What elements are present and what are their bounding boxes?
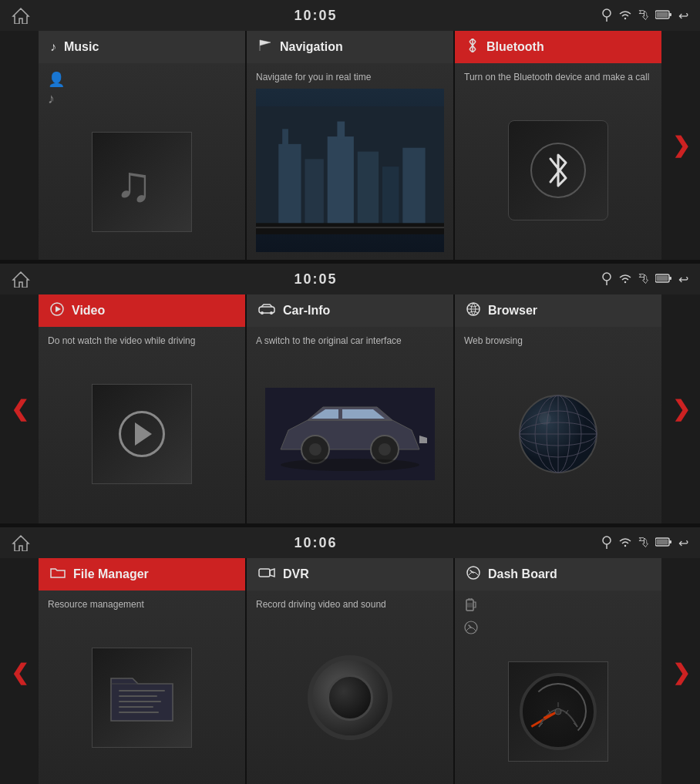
dash-image xyxy=(464,647,652,776)
location-icon-2 xyxy=(601,271,612,288)
video-description: Do not watch the video while driving xyxy=(48,335,236,348)
card-dvr[interactable]: DVR Record driving video and sound xyxy=(247,558,453,784)
card-dvr-body: Record driving video and sound xyxy=(247,591,453,784)
card-dvr-header: DVR xyxy=(247,558,453,591)
svg-rect-12 xyxy=(337,121,345,140)
svg-point-28 xyxy=(261,311,264,315)
card-bluetooth[interactable]: Bluetooth Turn on the Bluetooth device a… xyxy=(455,31,661,260)
screen-3: 10:06 ⮷ ↩ ❮ xyxy=(0,527,700,784)
video-image xyxy=(48,356,236,512)
card-browser[interactable]: Browser Web browsing xyxy=(455,294,661,523)
card-video[interactable]: Video Do not watch the video while drivi… xyxy=(39,294,245,523)
globe-image xyxy=(508,384,608,484)
browser-image xyxy=(464,356,652,512)
dvr-description: Record driving video and sound xyxy=(256,598,444,611)
right-chevron-2: ❯ xyxy=(672,396,690,422)
status-left-2 xyxy=(12,271,30,288)
right-chevron-1: ❯ xyxy=(672,133,690,158)
right-chevron-3: ❯ xyxy=(672,660,690,685)
svg-rect-9 xyxy=(282,129,288,147)
right-arrow-3[interactable]: ❯ xyxy=(661,558,700,784)
screen-1: 10:05 ⮷ ↩ xyxy=(0,0,700,261)
card-navigation[interactable]: Navigation Navigate for you in real time xyxy=(247,31,453,260)
status-left-1 xyxy=(12,7,30,24)
svg-rect-15 xyxy=(402,148,425,234)
svg-rect-51 xyxy=(119,690,165,691)
svg-rect-55 xyxy=(119,712,159,713)
fuel-icon xyxy=(464,598,652,617)
folder-thumbnail xyxy=(92,648,192,748)
status-right-3: ⮷ ↩ xyxy=(601,535,688,551)
time-3: 10:06 xyxy=(294,535,337,551)
card-music[interactable]: ♪ Music 👤 ♪ ♫ xyxy=(39,31,245,260)
location-icon-1 xyxy=(601,8,612,24)
left-chevron-2: ❮ xyxy=(11,396,29,422)
person-icon: 👤 xyxy=(48,71,236,88)
svg-rect-24 xyxy=(656,276,668,281)
card-dashboard[interactable]: Dash Board xyxy=(455,558,661,784)
svg-rect-54 xyxy=(119,706,153,708)
dash-title: Dash Board xyxy=(488,567,557,581)
svg-rect-17 xyxy=(256,227,444,228)
browser-description: Web browsing xyxy=(464,335,652,348)
card-nav-body: Navigate for you in real time xyxy=(247,63,453,260)
home-icon-3[interactable] xyxy=(12,534,30,551)
bt-icon-3: ⮷ xyxy=(638,537,649,549)
note-icon: ♪ xyxy=(48,91,236,107)
left-arrow-2[interactable]: ❮ xyxy=(0,294,39,523)
music-image: ♫ xyxy=(48,116,236,248)
svg-marker-0 xyxy=(13,8,29,24)
back-icon-1[interactable]: ↩ xyxy=(678,8,688,23)
home-icon-2[interactable] xyxy=(12,271,30,288)
fm-title: File Manager xyxy=(73,567,149,581)
card-bt-header: Bluetooth xyxy=(455,31,661,63)
svg-point-20 xyxy=(603,273,611,281)
svg-marker-19 xyxy=(13,272,29,288)
status-right-2: ⮷ ↩ xyxy=(601,271,688,288)
svg-rect-4 xyxy=(669,13,671,16)
camera-inner xyxy=(327,675,373,721)
status-bar-3: 10:06 ⮷ ↩ xyxy=(0,527,700,558)
browser-icon xyxy=(466,302,480,319)
back-icon-2[interactable]: ↩ xyxy=(678,272,688,287)
svg-rect-49 xyxy=(669,540,671,543)
home-icon[interactable] xyxy=(12,7,30,24)
dash-sub-icons xyxy=(464,598,652,638)
card-music-header: ♪ Music xyxy=(39,31,245,63)
card-dash-header: Dash Board xyxy=(455,558,661,591)
wifi-icon-2 xyxy=(618,273,632,286)
back-icon-3[interactable]: ↩ xyxy=(678,536,688,550)
nav-description: Navigate for you in real time xyxy=(256,71,444,84)
bt-icon-1: ⮷ xyxy=(638,9,649,22)
right-arrow-1[interactable]: ❯ xyxy=(661,31,700,260)
battery-icon-2 xyxy=(655,273,672,285)
right-arrow-2[interactable]: ❯ xyxy=(661,294,700,523)
bt-image xyxy=(464,93,652,248)
svg-marker-45 xyxy=(13,536,29,551)
svg-point-1 xyxy=(603,9,611,17)
svg-line-62 xyxy=(469,625,471,628)
carinfo-description: A switch to the original car interface xyxy=(256,335,444,348)
svg-point-69 xyxy=(555,708,561,715)
card-filemanager[interactable]: File Manager Resource management xyxy=(39,558,245,784)
card-nav-header: Navigation xyxy=(247,31,453,63)
nav-image xyxy=(256,89,444,252)
card-fm-header: File Manager xyxy=(39,558,245,591)
carinfo-image xyxy=(256,356,444,512)
screen-2: 10:05 ⮷ ↩ ❮ xyxy=(0,264,700,525)
svg-marker-26 xyxy=(56,306,61,312)
content-3: ❮ File Manager Resource management xyxy=(0,558,700,784)
speed-sub-icon xyxy=(464,621,652,638)
left-arrow-3[interactable]: ❮ xyxy=(0,558,39,784)
content-1: ♪ Music 👤 ♪ ♫ xyxy=(0,31,700,260)
svg-point-29 xyxy=(270,311,273,315)
bt-icon-2: ⮷ xyxy=(638,273,649,285)
video-thumbnail xyxy=(92,384,192,484)
wifi-icon-1 xyxy=(618,9,632,22)
svg-text:♫: ♫ xyxy=(115,156,153,212)
nav-flag-icon xyxy=(258,39,272,55)
card-carinfo[interactable]: Car-Info A switch to the original car in… xyxy=(247,294,453,523)
card-carinfo-header: Car-Info xyxy=(247,294,453,327)
left-arrow-1[interactable] xyxy=(0,31,39,260)
left-chevron-3: ❮ xyxy=(11,660,29,685)
